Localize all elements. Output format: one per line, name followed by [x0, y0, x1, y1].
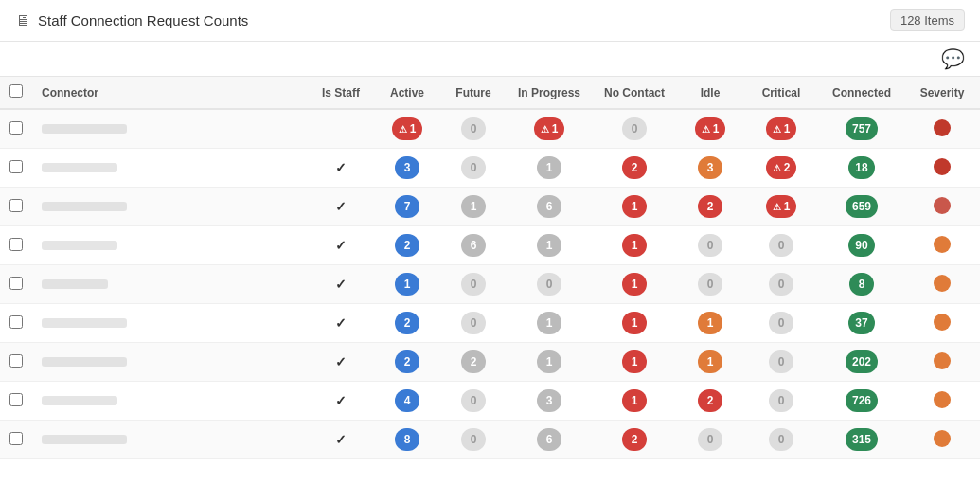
row-checkbox[interactable]	[9, 354, 23, 368]
critical-cell: ⚠1	[743, 109, 819, 149]
connector-cell	[32, 421, 308, 459]
idle-cell: 0	[677, 421, 743, 459]
in-progress-cell: 1	[507, 343, 592, 382]
severity-cell	[904, 188, 980, 226]
row-checkbox[interactable]	[9, 393, 23, 406]
severity-cell	[904, 109, 980, 149]
col-header-in-progress: In Progress	[507, 77, 592, 109]
in-progress-cell: 6	[507, 421, 592, 459]
col-header-critical: Critical	[743, 77, 819, 109]
connected-cell: 315	[819, 421, 904, 459]
no-contact-cell: 2	[592, 149, 677, 188]
table-row: ✓71612⚠1659	[0, 188, 980, 226]
active-cell: 4	[374, 382, 440, 421]
active-cell: 2	[374, 304, 440, 343]
connected-cell: 8	[819, 265, 904, 304]
active-cell: 3	[374, 149, 440, 188]
connector-cell	[32, 188, 308, 226]
severity-cell	[904, 265, 980, 304]
idle-cell: 2	[677, 382, 743, 421]
row-checkbox[interactable]	[9, 238, 23, 251]
select-all-checkbox[interactable]	[9, 84, 23, 98]
col-header-future: Future	[440, 77, 507, 109]
header-left: 🖥 Staff Connection Request Counts	[15, 12, 248, 29]
future-cell: 0	[440, 421, 507, 459]
monitor-icon: 🖥	[15, 12, 30, 29]
idle-cell: 1	[677, 304, 743, 343]
is-staff-cell: ✓	[308, 265, 374, 304]
critical-cell: ⚠2	[743, 149, 819, 188]
is-staff-cell: ✓	[308, 149, 374, 188]
in-progress-cell: 1	[507, 149, 592, 188]
col-header-severity: Severity	[904, 77, 980, 109]
no-contact-cell: 1	[592, 343, 677, 382]
row-checkbox[interactable]	[9, 121, 23, 135]
chat-icon[interactable]: 💬	[941, 47, 965, 70]
row-checkbox[interactable]	[9, 277, 23, 290]
select-all-header	[0, 77, 32, 109]
active-cell: 2	[374, 343, 440, 382]
idle-cell: 0	[677, 265, 743, 304]
connector-cell	[32, 226, 308, 265]
future-cell: 0	[440, 109, 507, 149]
connected-cell: 726	[819, 382, 904, 421]
idle-cell: 0	[677, 226, 743, 265]
row-checkbox[interactable]	[9, 315, 23, 329]
page-header: 🖥 Staff Connection Request Counts 128 It…	[0, 0, 980, 42]
table-row: ✓403120726	[0, 382, 980, 421]
idle-cell: 3	[677, 149, 743, 188]
connector-cell	[32, 149, 308, 188]
connector-cell	[32, 304, 308, 343]
future-cell: 0	[440, 149, 507, 188]
idle-cell: 2	[677, 188, 743, 226]
row-checkbox[interactable]	[9, 432, 23, 445]
connected-cell: 202	[819, 343, 904, 382]
severity-cell	[904, 343, 980, 382]
critical-cell: 0	[743, 226, 819, 265]
connected-cell: 37	[819, 304, 904, 343]
critical-cell: 0	[743, 421, 819, 459]
connected-cell: 18	[819, 149, 904, 188]
critical-cell: 0	[743, 382, 819, 421]
col-header-is-staff: Is Staff	[308, 77, 374, 109]
in-progress-cell: 6	[507, 188, 592, 226]
active-cell: ⚠1	[374, 109, 440, 149]
table-row: ✓806200315	[0, 421, 980, 459]
active-cell: 1	[374, 265, 440, 304]
in-progress-cell: 3	[507, 382, 592, 421]
active-cell: 2	[374, 226, 440, 265]
critical-cell: 0	[743, 304, 819, 343]
table-row: ⚠10⚠10⚠1⚠1757	[0, 109, 980, 149]
row-checkbox[interactable]	[9, 160, 23, 173]
idle-cell: 1	[677, 343, 743, 382]
connector-cell	[32, 343, 308, 382]
table-row: ✓221110202	[0, 343, 980, 382]
future-cell: 0	[440, 304, 507, 343]
connector-cell	[32, 382, 308, 421]
col-header-active: Active	[374, 77, 440, 109]
is-staff-cell	[308, 109, 374, 149]
col-header-connected: Connected	[819, 77, 904, 109]
table-row: ✓26110090	[0, 226, 980, 265]
table-row: ✓20111037	[0, 304, 980, 343]
future-cell: 2	[440, 343, 507, 382]
no-contact-cell: 1	[592, 265, 677, 304]
table-container: Connector Is Staff Active Future In Prog…	[0, 77, 980, 459]
idle-cell: ⚠1	[677, 109, 743, 149]
in-progress-cell: ⚠1	[507, 109, 592, 149]
no-contact-cell: 0	[592, 109, 677, 149]
critical-cell: 0	[743, 343, 819, 382]
severity-cell	[904, 382, 980, 421]
row-checkbox[interactable]	[9, 199, 23, 212]
active-cell: 7	[374, 188, 440, 226]
active-cell: 8	[374, 421, 440, 459]
is-staff-cell: ✓	[308, 343, 374, 382]
no-contact-cell: 1	[592, 188, 677, 226]
future-cell: 6	[440, 226, 507, 265]
no-contact-cell: 1	[592, 226, 677, 265]
is-staff-cell: ✓	[308, 421, 374, 459]
in-progress-cell: 1	[507, 304, 592, 343]
critical-cell: ⚠1	[743, 188, 819, 226]
critical-cell: 0	[743, 265, 819, 304]
connected-cell: 659	[819, 188, 904, 226]
